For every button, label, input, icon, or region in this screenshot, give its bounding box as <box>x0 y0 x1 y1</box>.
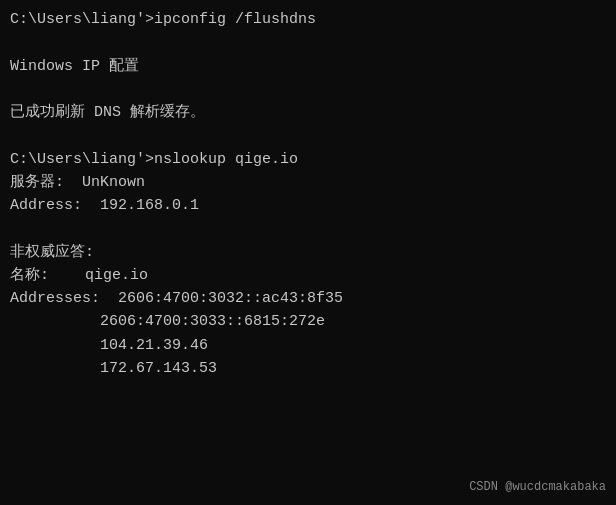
watermark-text: CSDN @wucdcmakabaka <box>469 478 606 497</box>
terminal-window: C:\Users\liang'>ipconfig /flushdns Windo… <box>0 0 616 505</box>
terminal-line-7: 非权威应答: <box>10 241 606 264</box>
terminal-line-10: 2606:4700:3033::6815:272e <box>10 310 606 333</box>
terminal-line-5: 服务器: UnKnown <box>10 171 606 194</box>
terminal-blank-1 <box>10 31 606 54</box>
terminal-blank-4 <box>10 217 606 240</box>
terminal-blank-3 <box>10 124 606 147</box>
terminal-line-6: Address: 192.168.0.1 <box>10 194 606 217</box>
terminal-blank-2 <box>10 78 606 101</box>
terminal-line-4: C:\Users\liang'>nslookup qige.io <box>10 148 606 171</box>
terminal-line-8: 名称: qige.io <box>10 264 606 287</box>
terminal-line-11: 104.21.39.46 <box>10 334 606 357</box>
terminal-line-2: Windows IP 配置 <box>10 55 606 78</box>
terminal-line-12: 172.67.143.53 <box>10 357 606 380</box>
terminal-line-9: Addresses: 2606:4700:3032::ac43:8f35 <box>10 287 606 310</box>
terminal-line-1: C:\Users\liang'>ipconfig /flushdns <box>10 8 606 31</box>
terminal-line-3: 已成功刷新 DNS 解析缓存。 <box>10 101 606 124</box>
